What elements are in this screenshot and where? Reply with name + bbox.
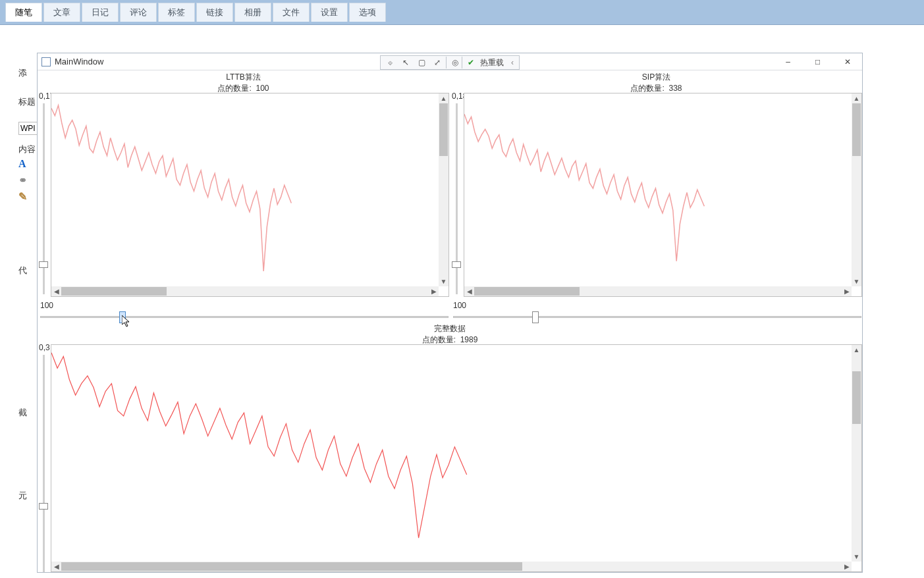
hscroll-thumb[interactable] bbox=[61, 287, 167, 296]
sip-chart[interactable]: ▲ ▼ ◀ ▶ bbox=[464, 93, 862, 297]
left-panel: 添 标题 内容 A ⚭ ✎ 代 截 元 bbox=[0, 25, 37, 504]
scroll-down-icon[interactable]: ▼ bbox=[852, 276, 861, 286]
main-window: MainWindow ⟐ ↖ ▢ ⤢ ◎ ✔ 热重载 ‹ – □ ✕ LTTB算… bbox=[37, 53, 863, 573]
tab-shezhi[interactable]: 设置 bbox=[311, 3, 348, 22]
left-add-btn[interactable]: 添 bbox=[18, 65, 37, 82]
titlebar[interactable]: MainWindow ⟐ ↖ ▢ ⤢ ◎ ✔ 热重载 ‹ – □ ✕ bbox=[38, 53, 862, 70]
vscroll-thumb[interactable] bbox=[852, 103, 861, 156]
lttb-count: 100 bbox=[256, 84, 269, 93]
edit-icon[interactable]: ✎ bbox=[18, 190, 37, 203]
scroll-left-icon[interactable]: ◀ bbox=[51, 562, 61, 571]
lttb-vslider[interactable] bbox=[39, 103, 49, 294]
tab-lianjie[interactable]: 链接 bbox=[196, 3, 233, 22]
app-icon bbox=[41, 57, 51, 66]
scroll-left-icon[interactable]: ◀ bbox=[464, 286, 474, 296]
left-slider[interactable] bbox=[40, 311, 448, 323]
link-icon[interactable]: ⚭ bbox=[18, 174, 37, 186]
minimize-button[interactable]: – bbox=[773, 53, 803, 70]
left-content-label: 内容 bbox=[18, 141, 37, 158]
tab-riji[interactable]: 日记 bbox=[82, 3, 119, 22]
debug-btn-1[interactable]: ⟐ bbox=[383, 57, 397, 68]
tab-xuanxiang[interactable]: 选项 bbox=[349, 3, 386, 22]
scroll-up-icon[interactable]: ▲ bbox=[852, 93, 861, 103]
top-tabbar: 随笔 文章 日记 评论 标签 链接 相册 文件 设置 选项 bbox=[0, 0, 924, 25]
scroll-right-icon[interactable]: ▶ bbox=[429, 286, 439, 296]
sip-vslider[interactable] bbox=[452, 103, 462, 294]
full-title: 完整数据 bbox=[38, 323, 862, 334]
hscroll-thumb[interactable] bbox=[61, 562, 522, 571]
tab-xiangce[interactable]: 相册 bbox=[234, 3, 271, 22]
vscroll-thumb[interactable] bbox=[852, 371, 861, 424]
right-slider-thumb[interactable] bbox=[532, 311, 539, 323]
close-button[interactable]: ✕ bbox=[832, 53, 862, 70]
debug-toolbar: ⟐ ↖ ▢ ⤢ ◎ ✔ 热重载 ‹ bbox=[380, 55, 520, 70]
full-axis: 0,3 bbox=[39, 343, 50, 352]
debug-btn-5[interactable]: ◎ bbox=[446, 57, 460, 68]
left-slider-value: 100 bbox=[40, 301, 53, 310]
scroll-down-icon[interactable]: ▼ bbox=[852, 552, 861, 562]
scroll-down-icon[interactable]: ▼ bbox=[439, 276, 448, 286]
scroll-right-icon[interactable]: ▶ bbox=[842, 286, 852, 296]
lttb-title: LTTB算法 bbox=[38, 72, 449, 83]
debug-btn-3[interactable]: ▢ bbox=[414, 57, 429, 68]
window-title: MainWindow bbox=[55, 57, 103, 66]
scroll-left-icon[interactable]: ◀ bbox=[51, 286, 61, 296]
right-slider[interactable] bbox=[453, 311, 861, 323]
lttb-header: LTTB算法 点的数量: 100 bbox=[38, 72, 449, 94]
full-count-label: 点的数量: bbox=[422, 335, 456, 344]
scroll-up-icon[interactable]: ▲ bbox=[852, 345, 861, 355]
hscroll-thumb[interactable] bbox=[474, 287, 580, 296]
full-count: 1989 bbox=[460, 335, 478, 344]
left-meta-label: 元 bbox=[18, 487, 37, 504]
lttb-count-label: 点的数量: bbox=[217, 84, 251, 93]
tab-biaoqian[interactable]: 标签 bbox=[158, 3, 195, 22]
tab-pinglun[interactable]: 评论 bbox=[120, 3, 157, 22]
left-excerpt-label: 截 bbox=[18, 404, 37, 421]
sip-title: SIP算法 bbox=[450, 72, 862, 83]
full-header: 完整数据 点的数量: 1989 bbox=[38, 323, 862, 346]
full-chart[interactable]: ▲ ▼ ◀ ▶ bbox=[51, 344, 862, 572]
hotreload-icon[interactable]: ✔ bbox=[462, 57, 476, 68]
lttb-chart[interactable]: ▲ ▼ ◀ ▶ bbox=[51, 93, 449, 297]
tab-wenjian[interactable]: 文件 bbox=[273, 3, 310, 22]
sip-header: SIP算法 点的数量: 338 bbox=[450, 72, 862, 94]
hotreload-label[interactable]: 热重载 bbox=[477, 57, 506, 68]
bold-icon[interactable]: A bbox=[18, 158, 37, 170]
tab-suibi[interactable]: 随笔 bbox=[5, 3, 42, 22]
chevron-left-icon[interactable]: ‹ bbox=[508, 58, 517, 67]
maximize-button[interactable]: □ bbox=[803, 53, 832, 70]
left-slider-thumb[interactable] bbox=[119, 311, 126, 323]
title-input[interactable] bbox=[18, 122, 38, 135]
scroll-up-icon[interactable]: ▲ bbox=[439, 93, 448, 103]
debug-btn-4[interactable]: ⤢ bbox=[430, 57, 445, 68]
scroll-right-icon[interactable]: ▶ bbox=[842, 562, 852, 571]
left-code-label: 代 bbox=[18, 262, 37, 279]
left-title-label: 标题 bbox=[18, 93, 37, 111]
full-vslider[interactable] bbox=[39, 355, 49, 572]
debug-btn-2[interactable]: ↖ bbox=[398, 57, 413, 68]
vscroll-thumb[interactable] bbox=[439, 103, 448, 156]
sip-count: 338 bbox=[668, 84, 682, 93]
right-slider-value: 100 bbox=[453, 301, 466, 310]
sip-count-label: 点的数量: bbox=[630, 84, 664, 93]
tab-wenzhang[interactable]: 文章 bbox=[43, 3, 80, 22]
